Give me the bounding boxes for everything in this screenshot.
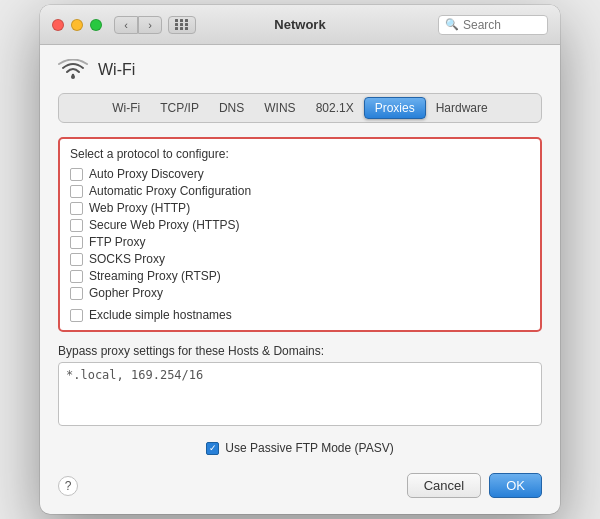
cancel-button[interactable]: Cancel: [407, 473, 481, 498]
svg-point-0: [71, 75, 75, 79]
search-icon: 🔍: [445, 18, 459, 31]
proxy-item-0[interactable]: Auto Proxy Discovery: [70, 167, 530, 181]
proxy-section-label: Select a protocol to configure:: [70, 147, 530, 161]
exclude-label: Exclude simple hostnames: [89, 308, 232, 322]
bypass-textarea[interactable]: *.local, 169.254/16: [58, 362, 542, 426]
tab-wins[interactable]: WINS: [254, 98, 305, 118]
tabs-bar: Wi-Fi TCP/IP DNS WINS 802.1X Proxies Har…: [58, 93, 542, 123]
proxy-label-7: Gopher Proxy: [89, 286, 163, 300]
proxy-label-5: SOCKS Proxy: [89, 252, 165, 266]
tab-8021x[interactable]: 802.1X: [306, 98, 364, 118]
titlebar: ‹ › Network 🔍: [40, 5, 560, 45]
tab-hardware[interactable]: Hardware: [426, 98, 498, 118]
search-box[interactable]: 🔍: [438, 15, 548, 35]
exclude-checkbox[interactable]: [70, 309, 83, 322]
pasv-row[interactable]: Use Passive FTP Mode (PASV): [58, 441, 542, 455]
proxy-checkbox-0[interactable]: [70, 168, 83, 181]
proxy-label-6: Streaming Proxy (RTSP): [89, 269, 221, 283]
proxy-section: Select a protocol to configure: Auto Pro…: [58, 137, 542, 332]
proxy-checkbox-7[interactable]: [70, 287, 83, 300]
traffic-lights: [52, 19, 102, 31]
proxy-label-4: FTP Proxy: [89, 235, 145, 249]
ok-button[interactable]: OK: [489, 473, 542, 498]
proxy-checkbox-1[interactable]: [70, 185, 83, 198]
proxy-item-5[interactable]: SOCKS Proxy: [70, 252, 530, 266]
proxy-checkbox-2[interactable]: [70, 202, 83, 215]
back-button[interactable]: ‹: [114, 16, 138, 34]
proxy-label-3: Secure Web Proxy (HTTPS): [89, 218, 239, 232]
action-buttons: Cancel OK: [407, 473, 542, 498]
tab-dns[interactable]: DNS: [209, 98, 254, 118]
search-input[interactable]: [463, 18, 543, 32]
proxy-item-6[interactable]: Streaming Proxy (RTSP): [70, 269, 530, 283]
proxy-checkbox-6[interactable]: [70, 270, 83, 283]
proxy-item-7[interactable]: Gopher Proxy: [70, 286, 530, 300]
bypass-section: Bypass proxy settings for these Hosts & …: [58, 344, 542, 429]
proxy-item-4[interactable]: FTP Proxy: [70, 235, 530, 249]
pasv-label: Use Passive FTP Mode (PASV): [225, 441, 393, 455]
pasv-checkbox[interactable]: [206, 442, 219, 455]
exclude-row[interactable]: Exclude simple hostnames: [70, 308, 530, 322]
proxy-item-2[interactable]: Web Proxy (HTTP): [70, 201, 530, 215]
tab-tcpip[interactable]: TCP/IP: [150, 98, 209, 118]
wifi-label: Wi-Fi: [98, 61, 135, 79]
proxy-label-0: Auto Proxy Discovery: [89, 167, 204, 181]
proxy-item-1[interactable]: Automatic Proxy Configuration: [70, 184, 530, 198]
bypass-label: Bypass proxy settings for these Hosts & …: [58, 344, 542, 358]
proxy-item-3[interactable]: Secure Web Proxy (HTTPS): [70, 218, 530, 232]
proxy-checkbox-4[interactable]: [70, 236, 83, 249]
help-button[interactable]: ?: [58, 476, 78, 496]
maximize-button[interactable]: [90, 19, 102, 31]
proxy-checkbox-3[interactable]: [70, 219, 83, 232]
forward-button[interactable]: ›: [138, 16, 162, 34]
window-title: Network: [274, 17, 325, 32]
grid-icon: [175, 19, 189, 30]
proxy-label-2: Web Proxy (HTTP): [89, 201, 190, 215]
close-button[interactable]: [52, 19, 64, 31]
tab-proxies[interactable]: Proxies: [364, 97, 426, 119]
proxy-list: Auto Proxy Discovery Automatic Proxy Con…: [70, 167, 530, 300]
minimize-button[interactable]: [71, 19, 83, 31]
nav-buttons: ‹ ›: [114, 16, 162, 34]
proxy-label-1: Automatic Proxy Configuration: [89, 184, 251, 198]
network-window: ‹ › Network 🔍: [40, 5, 560, 514]
tab-wifi[interactable]: Wi-Fi: [102, 98, 150, 118]
wifi-icon: [58, 59, 88, 81]
content-area: Wi-Fi Wi-Fi TCP/IP DNS WINS 802.1X Proxi…: [40, 45, 560, 514]
wifi-header: Wi-Fi: [58, 59, 542, 81]
grid-button[interactable]: [168, 16, 196, 34]
bottom-bar: ? Cancel OK: [58, 469, 542, 498]
proxy-checkbox-5[interactable]: [70, 253, 83, 266]
